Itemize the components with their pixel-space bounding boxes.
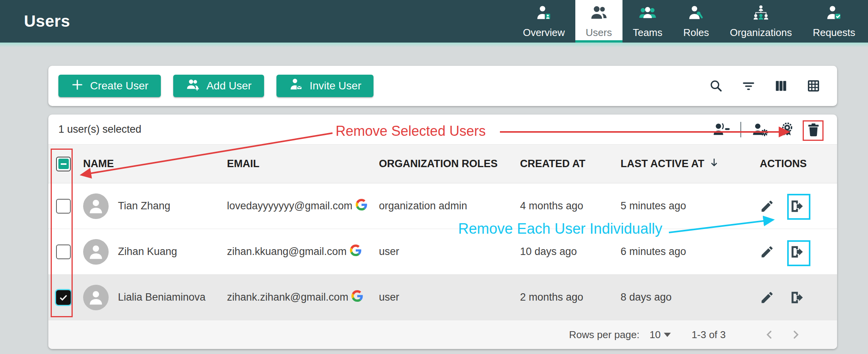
rows-per-page-label: Rows per page:: [569, 329, 639, 341]
selection-actions: [713, 121, 827, 138]
toolbar: Create User Add User Invite User: [48, 66, 837, 106]
button-label: Create User: [90, 80, 148, 92]
tab-organizations[interactable]: Organizations: [720, 0, 802, 43]
add-user-button[interactable]: Add User: [173, 75, 264, 97]
user-last-active-at: 8 days ago: [621, 291, 760, 303]
tab-roles[interactable]: Roles: [673, 0, 719, 43]
user-org-roles: user: [379, 291, 520, 303]
user-created-at: 4 months ago: [520, 200, 621, 212]
rows-per-page-value[interactable]: 10: [650, 329, 661, 341]
divider: [740, 122, 741, 137]
button-label: Add User: [206, 80, 252, 92]
person-check-icon: [825, 4, 843, 24]
people-icon: [590, 4, 608, 24]
person-key-icon: [687, 4, 705, 24]
user-org-roles: user: [379, 246, 520, 258]
table-row: Zihan Kuang zihan.kkuang@gmail.com user …: [48, 229, 837, 275]
next-page-button[interactable]: [789, 328, 802, 341]
tab-label: Overview: [523, 27, 564, 39]
table-header-row: NAME EMAIL ORGANIZATION ROLES CREATED AT…: [48, 145, 837, 183]
users-page: Users Overview Users Teams: [0, 0, 868, 354]
user-settings-icon[interactable]: [751, 121, 769, 138]
google-icon: [356, 199, 367, 213]
row-checkbox[interactable]: [56, 199, 71, 214]
user-name: Tian Zhang: [118, 200, 171, 212]
people-plus-icon: [186, 77, 200, 95]
column-header-last-active-at[interactable]: LAST ACTIVE AT: [621, 157, 760, 171]
user-email: zihank.zihank@gmail.com: [227, 291, 348, 303]
avatar: [83, 285, 109, 310]
user-created-at: 10 days ago: [520, 246, 621, 258]
header-glow: [0, 43, 868, 47]
user-name: Lialia Beniaminova: [118, 291, 206, 303]
user-last-active-at: 5 minutes ago: [621, 200, 760, 212]
org-chart-icon: [752, 4, 770, 24]
check-mark: [58, 292, 68, 303]
certify-user-icon[interactable]: [779, 121, 795, 138]
toolbar-icons: [709, 79, 827, 93]
remove-user-exit-icon[interactable]: [788, 198, 804, 214]
create-user-button[interactable]: Create User: [58, 75, 161, 97]
tab-label: Organizations: [730, 27, 792, 39]
table-footer: Rows per page: 10 1-3 of 3: [48, 320, 837, 349]
user-org-roles: organization admin: [379, 200, 520, 212]
google-icon: [350, 245, 362, 259]
person-badge-icon: [535, 4, 553, 24]
search-icon[interactable]: [709, 79, 723, 93]
main-nav: Overview Users Teams Roles: [512, 0, 866, 43]
column-header-email[interactable]: EMAIL: [227, 158, 379, 170]
remove-user-exit-icon[interactable]: [788, 290, 804, 305]
filter-icon[interactable]: [741, 79, 756, 93]
google-icon: [351, 290, 363, 304]
grid-icon[interactable]: [806, 79, 821, 93]
table-row: Tian Zhang lovedayyyyyyy@gmail.com organ…: [48, 183, 837, 229]
tab-label: Roles: [683, 27, 709, 39]
indeterminate-mark: [61, 163, 67, 165]
remove-user-icon[interactable]: [713, 121, 730, 138]
tab-requests[interactable]: Requests: [802, 0, 866, 43]
tab-label: Requests: [813, 27, 855, 39]
columns-icon[interactable]: [774, 79, 788, 93]
user-last-active-at: 6 minutes ago: [621, 246, 760, 258]
tab-overview[interactable]: Overview: [512, 0, 575, 43]
chevron-down-icon[interactable]: [664, 333, 671, 337]
column-header-name[interactable]: NAME: [83, 158, 227, 170]
edit-icon[interactable]: [760, 199, 774, 214]
avatar: [83, 193, 109, 219]
edit-icon[interactable]: [760, 290, 774, 305]
users-table-card: 1 user(s) selected: [48, 115, 837, 349]
tab-label: Users: [586, 27, 612, 39]
column-header-actions: ACTIONS: [760, 158, 837, 170]
column-header-org-roles[interactable]: ORGANIZATION ROLES: [379, 158, 520, 170]
avatar: [83, 239, 109, 265]
row-checkbox[interactable]: [56, 290, 71, 305]
plus-icon: [71, 78, 84, 94]
tab-users[interactable]: Users: [575, 0, 622, 43]
selection-count: 1 user(s) selected: [58, 123, 142, 135]
selection-bar: 1 user(s) selected: [48, 115, 837, 145]
button-label: Invite User: [310, 80, 362, 92]
edit-icon[interactable]: [760, 245, 774, 259]
select-all-checkbox[interactable]: [56, 157, 71, 171]
user-email: zihan.kkuang@gmail.com: [227, 246, 347, 258]
delete-icon[interactable]: [805, 121, 822, 138]
previous-page-button[interactable]: [763, 328, 776, 341]
user-created-at: 2 months ago: [520, 291, 621, 303]
remove-user-exit-icon[interactable]: [788, 244, 804, 260]
person-mail-icon: [289, 77, 304, 95]
tab-label: Teams: [633, 27, 663, 39]
invite-user-button[interactable]: Invite User: [276, 75, 374, 97]
team-icon: [639, 4, 657, 24]
pagination-range: 1-3 of 3: [692, 329, 726, 341]
app-header: Users Overview Users Teams: [0, 0, 868, 43]
column-header-created-at[interactable]: CREATED AT: [520, 158, 621, 170]
sort-desc-arrow-icon: [708, 157, 720, 171]
user-email: lovedayyyyyyy@gmail.com: [227, 200, 353, 212]
row-checkbox[interactable]: [56, 245, 71, 259]
table-row: Lialia Beniaminova zihank.zihank@gmail.c…: [48, 275, 837, 320]
page-title: Users: [24, 12, 70, 31]
tab-teams[interactable]: Teams: [622, 0, 673, 43]
user-name: Zihan Kuang: [118, 246, 177, 258]
